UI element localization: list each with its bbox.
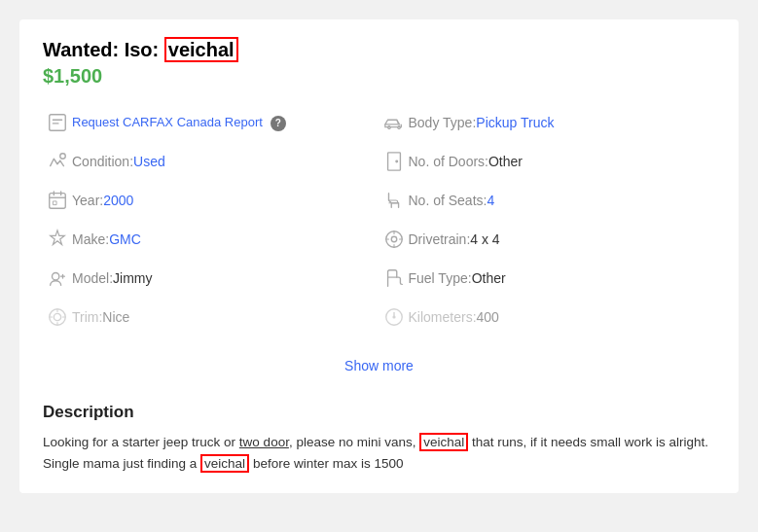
drivetrain-label: Drivetrain:: [409, 231, 471, 247]
doors-icon: [379, 151, 409, 172]
make-icon: [43, 229, 72, 250]
year-row: Year: 2000: [43, 181, 379, 220]
show-more-row: Show more: [43, 344, 715, 383]
condition-row: Condition: Used: [43, 142, 379, 181]
drivetrain-row: Drivetrain: 4 x 4: [379, 220, 716, 259]
condition-label: Condition:: [72, 154, 133, 169]
carfax-link[interactable]: Request CARFAX Canada Report: [72, 115, 263, 129]
title-prefix: Wanted: Iso:: [43, 39, 159, 60]
description-title: Description: [43, 403, 715, 422]
desc-highlight-2: veichal: [200, 454, 249, 473]
model-icon: [43, 267, 72, 289]
trim-label: Trim:: [72, 309, 102, 325]
km-icon: [379, 306, 409, 328]
fuel-value: Other: [472, 270, 506, 286]
model-row: Model: Jimmy: [43, 259, 379, 298]
body-type-value: Pickup Truck: [476, 115, 554, 130]
desc-text-2: , please no mini vans,: [289, 435, 419, 449]
make-value: GMC: [109, 231, 141, 247]
svg-rect-7: [387, 153, 400, 170]
svg-point-8: [395, 160, 397, 162]
condition-icon: [43, 151, 72, 172]
help-icon: ?: [271, 116, 286, 131]
svg-rect-2: [50, 194, 66, 209]
trim-icon: [43, 306, 72, 328]
body-type-icon: [379, 112, 409, 133]
doors-value: Other: [488, 154, 523, 169]
title-highlight: veichal: [164, 37, 238, 62]
drivetrain-icon: [379, 229, 409, 250]
specs-grid: Request CARFAX Canada Report ? Condition…: [43, 103, 715, 337]
show-more-link[interactable]: Show more: [344, 358, 414, 373]
fuel-row: Fuel Type: Other: [379, 259, 716, 298]
year-label: Year:: [72, 193, 103, 208]
desc-text-4: before winter max is 1500: [249, 456, 403, 471]
km-label: Kilometers:: [409, 309, 477, 325]
trim-row: Trim: Nice: [43, 298, 379, 337]
specs-left-column: Request CARFAX Canada Report ? Condition…: [43, 103, 379, 337]
desc-highlight-1: veichal: [419, 433, 468, 451]
seats-value: 4: [487, 193, 494, 208]
model-value: Jimmy: [113, 270, 152, 286]
make-row: Make: GMC: [43, 220, 379, 259]
body-type-row: Body Type: Pickup Truck: [379, 103, 716, 142]
specs-right-column: Body Type: Pickup Truck No. of Doors: Ot…: [379, 103, 716, 337]
drivetrain-value: 4 x 4: [470, 231, 499, 247]
svg-point-10: [391, 236, 397, 242]
svg-point-1: [60, 154, 66, 160]
doors-label: No. of Doors:: [409, 154, 488, 169]
description-text: Looking for a starter jeep truck or two …: [43, 432, 715, 474]
fuel-icon: [379, 267, 409, 289]
description-section: Description Looking for a starter jeep t…: [43, 393, 715, 474]
doors-row: No. of Doors: Other: [379, 142, 716, 181]
seats-icon: [379, 190, 409, 211]
carfax-label: Request CARFAX Canada Report ?: [72, 114, 286, 131]
carfax-icon: [43, 112, 72, 133]
fuel-label: Fuel Type:: [409, 270, 472, 286]
km-row: Kilometers: 400: [379, 298, 716, 337]
year-value: 2000: [103, 193, 133, 208]
desc-text-1: Looking for a starter jeep truck or: [43, 435, 239, 449]
desc-text-underline: two door: [239, 435, 289, 449]
svg-point-4: [54, 313, 60, 320]
body-type-label: Body Type:: [409, 115, 477, 130]
trim-value: Nice: [102, 309, 129, 325]
listing-price: $1,500: [43, 65, 715, 88]
condition-value: Used: [133, 154, 165, 169]
seats-row: No. of Seats: 4: [379, 181, 716, 220]
year-icon: [43, 190, 72, 211]
make-label: Make:: [72, 231, 109, 247]
km-value: 400: [477, 309, 499, 325]
seats-label: No. of Seats:: [409, 193, 487, 208]
listing-title: Wanted: Iso: veichal: [43, 39, 715, 61]
listing-card: Wanted: Iso: veichal $1,500 Request CARF…: [19, 19, 739, 493]
svg-rect-0: [50, 115, 66, 131]
model-label: Model:: [72, 270, 113, 286]
carfax-row: Request CARFAX Canada Report ?: [43, 103, 379, 142]
